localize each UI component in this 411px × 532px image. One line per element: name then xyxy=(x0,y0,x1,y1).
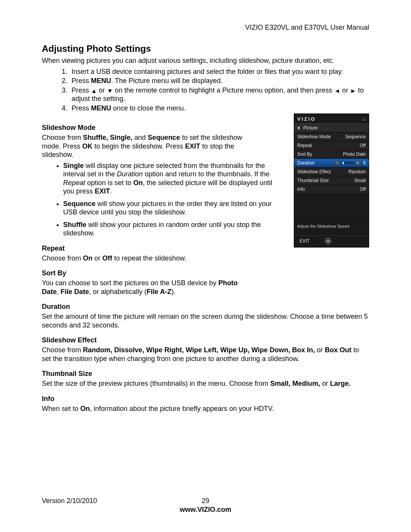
steps-list: Insert a USB device containing pictures … xyxy=(42,67,369,113)
duration-desc: Set the amount of time the picture will … xyxy=(42,312,369,329)
text: or xyxy=(340,86,350,94)
plus-icon[interactable]: + xyxy=(356,161,360,165)
menu-key: MENU xyxy=(91,77,111,85)
dpad-icon xyxy=(325,238,331,244)
bullet-single: Single will display one picture selected… xyxy=(63,161,276,196)
sort-by-desc: You can choose to sort the pictures on t… xyxy=(42,279,255,296)
bold: EXIT xyxy=(185,142,200,150)
bold: Off xyxy=(102,254,112,262)
step-1: Insert a USB device containing pictures … xyxy=(69,67,369,76)
osd-row-value: Off xyxy=(360,143,366,148)
osd-row-info[interactable]: Info Off xyxy=(294,185,369,194)
bold: On xyxy=(133,179,143,187)
bold: Box Out xyxy=(325,346,351,354)
info-desc: When set to On, information about the pi… xyxy=(42,404,369,413)
text: Press xyxy=(72,104,91,112)
osd-duration-slider[interactable]: − + 5 xyxy=(335,160,366,166)
footer-url: www.VIZIO.com xyxy=(42,506,369,514)
text: or xyxy=(92,254,102,262)
bold: Small, Medium, xyxy=(270,380,320,387)
osd-row-label: Thumbnail Size xyxy=(297,178,329,183)
text: to repeat the slideshow. xyxy=(112,254,186,262)
home-icon: ⌂ xyxy=(363,117,366,122)
manual-page: VIZIO E320VL and E370VL User Manual Adju… xyxy=(0,0,411,532)
bold: Shuffle xyxy=(63,221,86,228)
text: option is set to xyxy=(85,179,133,187)
subhead-sort-by: Sort By xyxy=(42,269,369,277)
osd-row-value: Small xyxy=(354,178,366,183)
text: Set the size of the preview pictures (th… xyxy=(42,380,270,387)
arrow-left-icon xyxy=(297,126,299,130)
arrow-right-icon: ► xyxy=(350,88,356,94)
bold: On xyxy=(83,254,92,262)
bullet-sequence: Sequence will show your pictures in the … xyxy=(63,200,276,217)
osd-hint-text: Adjust the Slideshow Speed xyxy=(294,221,369,235)
text: option and return to the thumbnails. If … xyxy=(143,170,269,178)
text: , xyxy=(57,288,61,296)
step-3: Press ▲ or ▼ on the remote control to hi… xyxy=(69,86,369,103)
osd-duration-value: 5 xyxy=(361,160,366,166)
slideshow-mode-desc: Choose from Shuffle, Single, and Sequenc… xyxy=(42,133,255,159)
osd-row-value: Off xyxy=(360,187,366,192)
osd-row-slideshow-mode[interactable]: Slideshow Mode Sequence xyxy=(294,133,369,141)
bold: On xyxy=(80,405,90,412)
osd-row-value: Sequence xyxy=(345,134,366,139)
text: When set to xyxy=(42,405,80,412)
subhead-slideshow-effect: Slideshow Effect xyxy=(42,336,369,344)
text: Press xyxy=(72,86,91,94)
osd-exit-label[interactable]: EXIT xyxy=(299,238,310,244)
text: ). xyxy=(171,288,175,296)
arrow-down-icon: ▼ xyxy=(107,88,113,94)
thumbnail-size-desc: Set the size of the preview pictures (th… xyxy=(42,379,369,388)
text: Press xyxy=(72,77,91,85)
text: or xyxy=(320,380,330,387)
osd-brand: VIZIO xyxy=(297,116,316,122)
text: . xyxy=(110,187,112,195)
text: Choose from xyxy=(42,134,83,141)
page-title: Adjusting Photo Settings xyxy=(42,43,369,54)
subhead-duration: Duration xyxy=(42,303,369,311)
step-2: Press MENU. The Picture menu will be dis… xyxy=(69,77,369,85)
text: You can choose to sort the pictures on t… xyxy=(42,279,218,287)
footer-page-number: 29 xyxy=(151,497,260,505)
osd-row-label: Repeat xyxy=(297,143,312,148)
text: will show your pictures in random order … xyxy=(63,221,261,237)
header-product-line: VIZIO E320VL and E370VL User Manual xyxy=(245,24,369,32)
osd-row-duration[interactable]: Duration − + 5 xyxy=(294,159,369,168)
slideshow-effect-desc: Choose from Random, Dissolve, Wipe Right… xyxy=(42,346,369,363)
osd-header: VIZIO ⌂ xyxy=(294,114,369,123)
slider-track[interactable] xyxy=(341,161,354,165)
text: Choose from xyxy=(42,346,83,354)
osd-row-label: Slideshow Mode xyxy=(297,134,331,139)
intro-paragraph: When viewing pictures you can adjust var… xyxy=(42,56,369,65)
bold: File A-Z xyxy=(147,288,171,296)
osd-row-slideshow-effect[interactable]: Slideshow Effect Random xyxy=(294,168,369,176)
bold: Large. xyxy=(330,380,350,387)
osd-row-repeat[interactable]: Repeat Off xyxy=(294,141,369,150)
osd-row-label: Duration xyxy=(297,160,314,166)
text: , information about the picture briefly … xyxy=(90,405,274,412)
page-footer: Version 2/10/2010 29 www.VIZIO.com xyxy=(42,497,369,514)
bullet-shuffle: Shuffle will show your pictures in rando… xyxy=(63,220,276,238)
minus-icon[interactable]: − xyxy=(335,161,339,165)
text: or xyxy=(315,346,325,354)
bold: Shuffle, Single, xyxy=(83,134,132,141)
osd-row-value: Random xyxy=(349,169,366,174)
text: Choose from xyxy=(42,254,83,262)
osd-row-value: Photo Date xyxy=(343,152,366,157)
arrow-left-icon: ◄ xyxy=(334,88,340,94)
bold: Random, Dissolve, Wipe Right, Wipe Left,… xyxy=(83,346,315,354)
osd-footer: EXIT xyxy=(294,235,369,247)
repeat-desc: Choose from On or Off to repeat the slid… xyxy=(42,254,255,263)
osd-tab-picture[interactable]: Picture xyxy=(294,123,369,133)
osd-row-thumbnail-size[interactable]: Thumbnail Size Small xyxy=(294,176,369,185)
osd-row-label: Info xyxy=(297,187,305,192)
text: or xyxy=(97,86,107,94)
osd-row-sort-by[interactable]: Sort By Photo Date xyxy=(294,150,369,159)
subhead-info: Info xyxy=(42,395,369,403)
bold: EXIT xyxy=(95,187,110,195)
text: and xyxy=(132,134,148,141)
bold: Sequence xyxy=(63,200,96,208)
text: , or alphabetically ( xyxy=(89,288,147,296)
footer-version: Version 2/10/2010 xyxy=(42,497,151,505)
